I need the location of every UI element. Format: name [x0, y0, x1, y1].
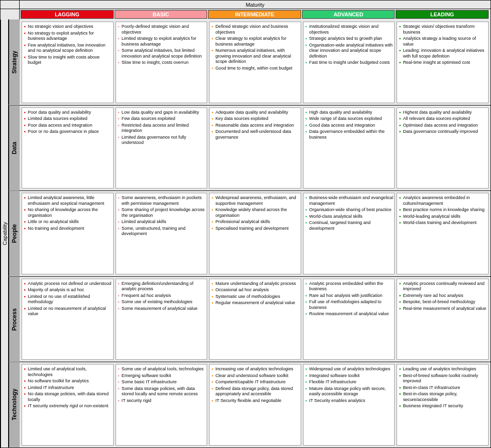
matrix-cell: Business-wide enthusiasm and evangelical…: [303, 193, 395, 274]
bullet-item: Poorly-defined strategic vision and obje…: [117, 24, 206, 35]
matrix-cell: High data quality and availabilityWide r…: [303, 107, 395, 189]
capability-label-process: Process: [8, 277, 20, 362]
bullet-item: Knowledge widely shared across the organ…: [210, 207, 300, 218]
matrix-cell: Some use of analytical tools, technologi…: [116, 364, 208, 446]
level-header-lagging: LAGGING: [21, 10, 114, 19]
maturity-matrix: Maturity LAGGINGBASICINTERMEDIATEADVANCE…: [0, 0, 491, 448]
bullet-item: Key data sources exploited: [210, 116, 300, 122]
bullet-item: Some data storage policies, with data st…: [117, 386, 206, 397]
matrix-cell: Poor data quality and availabilityLimite…: [22, 107, 114, 189]
bullet-item: World-class analytical skills: [304, 214, 394, 220]
main-area: Capability StrategyNo strategic vision a…: [0, 20, 491, 448]
matrix-cell: Limited analytical awareness, little ent…: [22, 193, 114, 274]
bullet-item: No data storage policies, with data stor…: [23, 391, 112, 402]
bullet-item: Clear and understood software toolkit: [210, 373, 300, 379]
capability-row-technology: TechnologyLimited use of analytical tool…: [8, 362, 491, 448]
top-axis-row: Maturity: [0, 0, 491, 9]
matrix-cell: Highest data quality and availabilityAll…: [397, 107, 489, 189]
bullet-item: Mature data storage policy with secure, …: [304, 386, 394, 397]
bullet-item: Organisation-wide analytical initiatives…: [304, 43, 394, 59]
capability-row-data: DataPoor data quality and availabilityLi…: [8, 105, 491, 191]
bullet-item: World-class training and development: [398, 220, 487, 226]
bullet-item: Leading use of analytics technologies: [398, 366, 487, 372]
rows-container: StrategyNo strategic vision and objectiv…: [8, 20, 491, 448]
corner-spacer-2: [0, 9, 20, 20]
bullet-item: IT Security flexible and negotiable: [210, 398, 300, 404]
bullet-item: Good data access and integration: [304, 123, 394, 129]
bullet-item: Clear strategy to exploit analytics for …: [210, 36, 300, 47]
bullet-item: Defined strategic vision and business ob…: [210, 24, 300, 35]
matrix-cell: Some awareness, enthusiasm in pockets wi…: [116, 193, 208, 274]
bullet-item: Integrated software toolkit: [304, 373, 394, 379]
matrix-cell: Emerging definition/understanding of ana…: [116, 279, 208, 360]
matrix-cell: Widespread use of analytics technologies…: [303, 364, 395, 446]
bullet-item: Few analytical initiatives, low innovati…: [23, 43, 112, 54]
bullet-item: Highest data quality and availability: [398, 110, 487, 116]
capability-label-data: Data: [8, 106, 20, 191]
bullet-item: Leading: innovation & analytical initiat…: [398, 48, 487, 59]
bullet-item: Occasional ad hoc analysis: [210, 287, 300, 293]
bullet-item: Limited analytical skills: [117, 219, 206, 225]
capability-cells: Limited analytical awareness, little ent…: [20, 191, 491, 276]
bullet-item: Some awareness, enthusiasm in pockets wi…: [117, 195, 206, 206]
bullet-item: Best practice norms in knowledge sharing: [398, 207, 487, 213]
bullet-item: Wide range of data sources exploited: [304, 116, 394, 122]
bullet-item: IT security extremely rigid or non-exist…: [23, 403, 112, 409]
bullet-item: All relevant data sources exploited: [398, 116, 487, 122]
capability-row-people: PeopleLimited analytical awareness, litt…: [8, 190, 491, 276]
bullet-item: Documented and well-understood data gove…: [210, 129, 300, 140]
matrix-cell: Poorly-defined strategic vision and obje…: [116, 22, 208, 103]
corner-spacer: [0, 0, 20, 9]
bullet-item: Limited data governance not fully unders…: [117, 135, 206, 146]
bullet-item: Rare ad hoc analysis with justification: [304, 293, 394, 299]
bullet-item: Analytics strategy a leading source of v…: [398, 36, 487, 47]
bullet-item: Real-time measurement of analytical valu…: [398, 306, 487, 312]
matrix-cell: Institutionalized strategic vision and o…: [303, 22, 395, 103]
bullet-item: Poor data quality and availability: [23, 110, 112, 116]
bullet-item: Low data quality and gaps in availabilit…: [117, 110, 206, 116]
bullet-item: Best-of-breed software toolkit routinely…: [398, 373, 487, 384]
bullet-item: Good time to insight, within cost budget: [210, 66, 300, 71]
bullet-item: Bespoke, best-of-breed methodology: [398, 299, 487, 305]
bullet-item: Best-in-class IT infrastructure: [398, 385, 487, 391]
bullet-item: Slow time to insight with costs above bu…: [23, 55, 112, 66]
bullet-item: Some use of analytical tools, technologi…: [117, 366, 206, 372]
matrix-cell: Widespread awareness, enthusiasm, and su…: [209, 193, 301, 274]
bullet-item: Some sharing of project knowledge across…: [117, 207, 206, 218]
bullet-item: Slow time to insight, costs overrun: [117, 60, 206, 66]
bullet-item: Competent/capable IT infrastructure: [210, 379, 300, 385]
bullet-item: Continual, targeted training and develop…: [304, 220, 394, 231]
bullet-item: Reasonable data access and integration: [210, 123, 300, 129]
matrix-cell: Adequate data quality and availabilityKe…: [209, 107, 301, 189]
capability-cells: No strategic vision and objectivesNo str…: [20, 20, 491, 105]
bullet-item: No strategy to exploit analytics for bus…: [23, 31, 112, 42]
bullet-item: Some use of existing methodologies: [117, 299, 206, 305]
level-headers: LAGGINGBASICINTERMEDIATEADVANCEDLEADING: [20, 9, 491, 20]
bullet-item: Restricted data access and limited integ…: [117, 123, 206, 134]
bullet-item: No sharing of knowledge across the organ…: [23, 207, 112, 218]
bullet-item: Routine measurement of analytical value: [304, 311, 394, 317]
bullet-item: No software toolkit for analytics: [23, 378, 112, 384]
bullet-item: Analytic process not defined or understo…: [23, 281, 112, 287]
level-header-advanced: ADVANCED: [302, 10, 395, 19]
bullet-item: Analytic process continually reviewed an…: [398, 281, 487, 292]
matrix-cell: Low data quality and gaps in availabilit…: [116, 107, 208, 189]
matrix-cell: Analytics awareness embedded in culture/…: [397, 193, 489, 274]
matrix-cell: Analytic process not defined or understo…: [22, 279, 114, 360]
matrix-cell: Leading use of analytics technologiesBes…: [397, 364, 489, 446]
bullet-item: Flexible IT infrastructure: [304, 379, 394, 385]
matrix-cell: Limited use of analytical tools, technol…: [22, 364, 114, 446]
level-header-leading: LEADING: [396, 10, 489, 19]
bullet-item: Limited use of analytical tools, technol…: [23, 366, 112, 377]
bullet-item: Business integrated IT security: [398, 403, 487, 409]
bullet-item: Increasing use of analytics technologies: [210, 366, 300, 372]
capability-label-technology: Technology: [8, 362, 20, 448]
bullet-item: Poor or no data governance in place: [23, 129, 112, 135]
matrix-cell: Analytic process continually reviewed an…: [397, 279, 489, 360]
capability-axis-label: Capability: [0, 20, 8, 448]
capability-label-people: People: [8, 191, 20, 276]
matrix-cell: Defined strategic vision and business ob…: [209, 22, 301, 103]
bullet-item: Mature understanding of analytic process: [210, 281, 300, 287]
bullet-item: Regular measurement of analytical value: [210, 300, 300, 306]
bullet-item: Systematic use of methodologies: [210, 294, 300, 300]
